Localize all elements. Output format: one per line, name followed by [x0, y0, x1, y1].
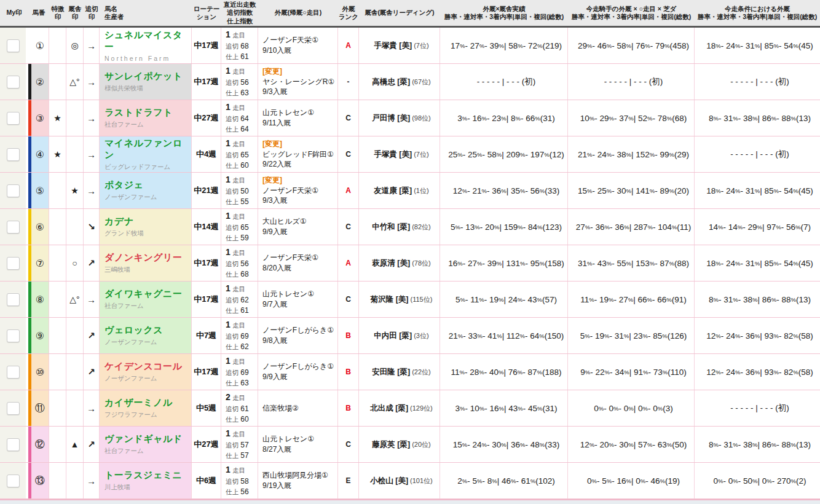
- my-mark-cell: [0, 463, 26, 498]
- horse-name-link[interactable]: ポタジェ: [104, 179, 191, 191]
- horse-name-link[interactable]: ラストドラフト: [104, 107, 191, 119]
- oikiri-index-value: 56: [240, 78, 248, 87]
- stable-mark: [66, 390, 84, 426]
- recent-indexes-cell: 1 走目 追切 58 仕上 56: [221, 463, 258, 498]
- rotation-weeks: 中4週: [192, 136, 221, 172]
- my-mark-checkbox[interactable]: [7, 148, 20, 161]
- horse-name-link[interactable]: ヴェロックス: [104, 325, 191, 336]
- horse-number-cell: ⑫: [31, 427, 49, 462]
- stats-current-conditions: 8% - 31% - 38% | 86% - 88% (13): [695, 427, 820, 462]
- horse-name-link[interactable]: カデナ: [104, 216, 191, 227]
- my-mark-checkbox[interactable]: [7, 184, 20, 197]
- my-mark-checkbox[interactable]: [7, 329, 20, 342]
- run-number: 1: [226, 66, 231, 76]
- trainer-cell: 小桧山 [美] (101位): [359, 463, 440, 498]
- trainer-name: 手塚貴 [美]: [374, 41, 412, 51]
- stats-current-conditions: - - - - - | - - - (初): [695, 390, 820, 426]
- oikiri-arrow-icon: →: [84, 390, 100, 426]
- recent-indexes-cell: 1 走目 追切 64 仕上 64: [221, 100, 258, 136]
- gaikyu-facility-name: 山元トレセン①: [262, 434, 337, 444]
- oikiri-index-value: 69: [240, 332, 248, 341]
- my-mark-checkbox[interactable]: [7, 221, 20, 234]
- tokugeki-mark: [49, 318, 66, 353]
- horse-name-link[interactable]: シュネルマイスター: [104, 30, 191, 53]
- tokugeki-mark: [49, 282, 66, 317]
- shiage-index-label: 仕上: [226, 307, 239, 314]
- gaikyu-rank-value: A: [338, 245, 359, 281]
- stats-current-conditions: 18% - 24% - 31% | 85% - 54% (45): [695, 28, 820, 63]
- stable-mark: ▲: [66, 427, 84, 462]
- stable-mark: [66, 136, 84, 172]
- gaikyu-facility-name: ノーザンF天栄①: [262, 186, 337, 196]
- tokugeki-mark: [49, 463, 66, 498]
- header-rotation: ローテーション: [192, 0, 221, 26]
- my-mark-cell: [0, 318, 26, 353]
- run-number: 1: [226, 320, 231, 329]
- horse-number: ②: [36, 76, 44, 88]
- rotation-weeks: 中6週: [192, 463, 221, 498]
- oikiri-index-label: 追切: [226, 79, 239, 86]
- stats-gaikyu-stable: 15% - 24% - 30% | 36% - 48% (33): [440, 427, 568, 462]
- my-mark-checkbox[interactable]: [7, 112, 20, 125]
- horse-name-link[interactable]: ケイデンスコール: [104, 361, 191, 372]
- stable-entry-date: 9/10入厩: [262, 45, 337, 56]
- tokugeki-mark: [49, 245, 66, 281]
- horse-name-link[interactable]: ヴァンドギャルド: [104, 433, 191, 445]
- horse-name-link[interactable]: マイネルファンロン: [104, 138, 191, 161]
- change-badge: [変更]: [262, 139, 337, 149]
- my-mark-checkbox[interactable]: [7, 293, 20, 306]
- trainer-cell: 菊沢隆 [美] (115位): [359, 282, 440, 317]
- recent-indexes-cell: 1 走目 追切 57 仕上 57: [221, 427, 258, 462]
- horse-name-cell: ヴェロックス ノーザンファーム: [100, 318, 192, 353]
- oikiri-index-value: 64: [240, 114, 248, 123]
- my-mark-cell: [0, 28, 26, 63]
- gaikyu-rank-value: B: [338, 390, 359, 426]
- stats-current-conditions: - - - - - | - - - (初): [695, 136, 820, 172]
- gaikyu-cell: 山元トレセン① 9/11入厩: [258, 100, 338, 136]
- horse-number-cell: ⑨: [31, 318, 49, 353]
- tokugeki-mark: [49, 173, 66, 208]
- run-suffix-label: 走目: [232, 176, 245, 184]
- header-gaikyu-rank: 外厩 ランク: [338, 0, 359, 26]
- horse-name-link[interactable]: トーラスジェミニ: [104, 470, 191, 481]
- run-suffix-label: 走目: [232, 213, 245, 220]
- horse-name-cell: ダノンキングリー 三嶋牧場: [100, 245, 192, 281]
- my-mark-cell: [0, 390, 26, 426]
- trainer-cell: 友道康 [栗] (1位): [359, 173, 440, 208]
- gaikyu-facility-name: ノーザンFしがらき①: [262, 325, 337, 336]
- oikiri-index-label: 追切: [226, 296, 239, 304]
- horse-name-link[interactable]: ダノンキングリー: [104, 252, 191, 264]
- shiage-index-label: 仕上: [226, 53, 239, 60]
- rotation-weeks: 中17週: [192, 245, 221, 281]
- stats-current-conditions: 0% - 0% - 50% | 0% - 270% (2): [695, 463, 820, 498]
- horse-name-link[interactable]: ダイワキャグニー: [104, 288, 191, 300]
- horse-number-cell: ①: [31, 28, 49, 63]
- gaikyu-cell: ノーザンFしがらき① 9/9入厩: [258, 354, 338, 390]
- oikiri-index-value: 69: [240, 368, 248, 377]
- tokugeki-mark: [49, 28, 66, 63]
- my-mark-checkbox[interactable]: [7, 76, 20, 89]
- gaikyu-facility-name: ノーザンF天栄①: [262, 253, 337, 263]
- producer-name: ビッグレッドファーム: [104, 163, 191, 171]
- my-mark-checkbox[interactable]: [7, 366, 20, 379]
- horse-name-link[interactable]: カイザーミノル: [104, 397, 191, 409]
- oikiri-index-label: 追切: [226, 333, 239, 340]
- my-mark-checkbox[interactable]: [7, 474, 20, 487]
- header-trainer: 厩舎(厩舎リーディング): [359, 0, 440, 26]
- trainer-leading-rank: (7位): [414, 150, 428, 159]
- recent-indexes-cell: 2 走目 追切 61 仕上 60: [221, 390, 258, 426]
- my-mark-checkbox[interactable]: [7, 257, 20, 270]
- tokugeki-mark: [49, 64, 66, 100]
- horse-name-link[interactable]: サンレイポケット: [104, 71, 191, 82]
- my-mark-checkbox[interactable]: [7, 39, 20, 52]
- my-mark-checkbox[interactable]: [7, 438, 20, 451]
- recent-indexes-cell: 1 走目 追切 68 仕上 61: [221, 28, 258, 63]
- gaikyu-facility-name: 信楽牧場②: [262, 403, 337, 414]
- trainer-leading-rank: (101位): [410, 476, 433, 486]
- horse-name-cell: ポタジェ ノーザンファーム: [100, 173, 192, 208]
- run-number: 1: [226, 247, 231, 257]
- my-mark-checkbox[interactable]: [7, 402, 20, 415]
- stats-gaikyu-stable: 3% - 16% - 23% | 8% - 66% (31): [440, 100, 568, 136]
- table-bottom-strip: [0, 499, 820, 504]
- oikiri-index-label: 追切: [226, 151, 239, 159]
